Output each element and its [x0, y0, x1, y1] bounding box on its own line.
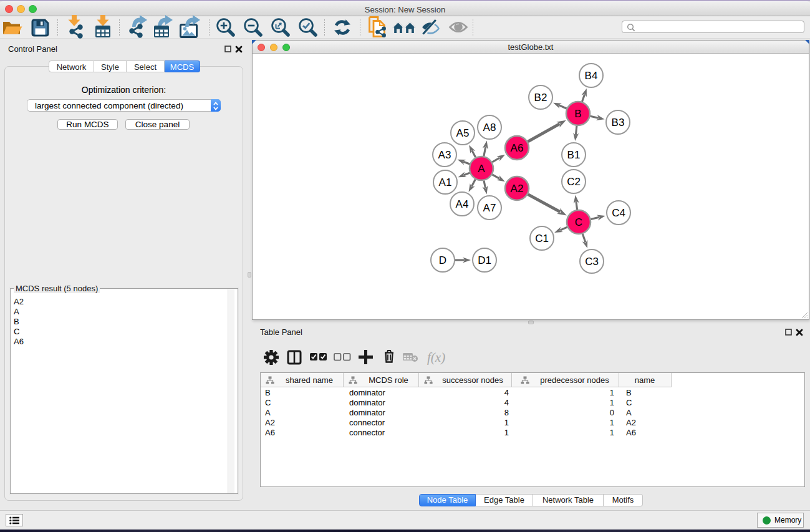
svg-text:D1: D1	[478, 254, 491, 266]
svg-text:A4: A4	[456, 198, 469, 210]
svg-text:C2: C2	[567, 176, 581, 188]
svg-text:C4: C4	[612, 207, 625, 219]
svg-text:C3: C3	[585, 256, 599, 268]
svg-text:A: A	[478, 163, 485, 175]
svg-text:A5: A5	[456, 127, 470, 139]
svg-text:C1: C1	[535, 233, 549, 244]
svg-text:B: B	[574, 108, 581, 120]
svg-text:B1: B1	[567, 149, 581, 161]
svg-text:A7: A7	[483, 202, 496, 214]
svg-text:C: C	[575, 216, 582, 228]
svg-text:B2: B2	[534, 92, 547, 104]
svg-text:A3: A3	[438, 149, 451, 161]
svg-text:B3: B3	[612, 117, 625, 128]
svg-text:A2: A2	[511, 183, 524, 195]
svg-text:A1: A1	[439, 177, 452, 188]
svg-text:D: D	[439, 254, 446, 266]
svg-text:A8: A8	[483, 122, 496, 133]
svg-text:A6: A6	[511, 142, 524, 154]
svg-text:B4: B4	[585, 70, 598, 82]
